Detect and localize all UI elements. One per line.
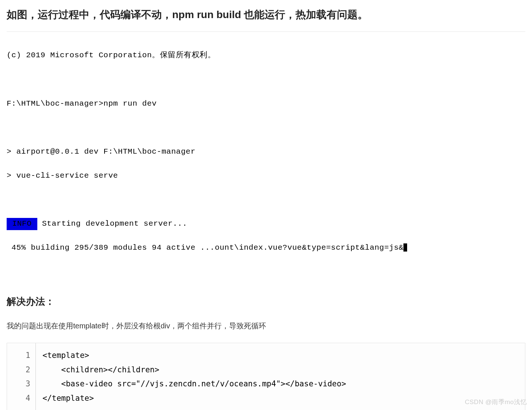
line-number: 3: [7, 377, 35, 391]
terminal-output: (c) 2019 Microsoft Corporation。保留所有权利。 F…: [7, 31, 525, 281]
info-text: Starting development server...: [37, 219, 187, 228]
code-line: <template>: [42, 348, 520, 363]
terminal-prompt: F:\HTML\boc-manager>npm run dev: [7, 98, 525, 110]
line-number: 4: [7, 391, 35, 406]
code-content: <template> <children></children> <base-v…: [36, 343, 525, 410]
line-numbers: 1 2 3 4: [7, 343, 36, 410]
solution-heading: 解决办法：: [7, 294, 525, 310]
terminal-copyright: (c) 2019 Microsoft Corporation。保留所有权利。: [7, 49, 525, 62]
code-line: <children></children>: [42, 363, 520, 377]
code-block: 1 2 3 4 <template> <children></children>…: [7, 343, 525, 410]
watermark: CSDN @雨季mo浅忆: [465, 397, 527, 407]
article-title: 如图，运行过程中，代码编译不动，npm run build 也能运行，热加载有问…: [7, 7, 525, 23]
cursor-icon: [403, 243, 407, 252]
line-number: 1: [7, 348, 35, 363]
info-badge: INFO: [7, 218, 37, 230]
solution-description: 我的问题出现在使用template时，外层没有给根div，两个组件并行，导致死循…: [7, 319, 525, 332]
terminal-script-line1: > airport@0.0.1 dev F:\HTML\boc-manager: [7, 146, 525, 158]
code-line: <base-video src="//vjs.zencdn.net/v/ocea…: [42, 377, 520, 391]
code-line: </template>: [42, 391, 520, 406]
terminal-script-line2: > vue-cli-service serve: [7, 170, 525, 182]
line-number: 2: [7, 363, 35, 377]
build-progress-text: 45% building 295/389 modules 94 active .…: [7, 243, 403, 252]
